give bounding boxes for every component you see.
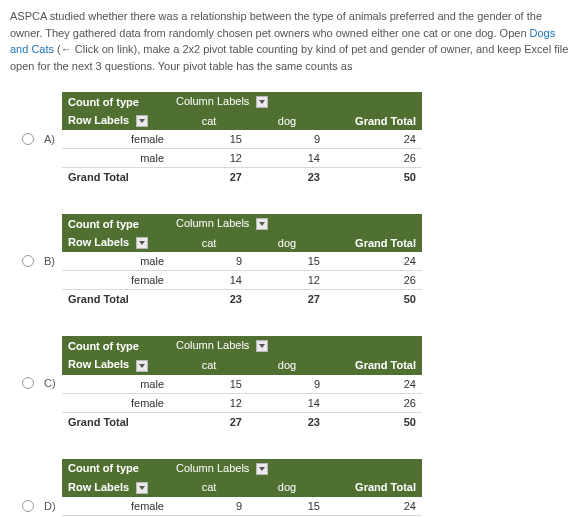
col-cat: cat (170, 233, 248, 252)
cell: 9 (170, 497, 248, 516)
col-cat: cat (170, 355, 248, 374)
count-of-type-label: Count of type (62, 336, 170, 355)
grand-total-row: Grand Total 27 23 50 (62, 412, 422, 431)
column-labels-dropdown-icon[interactable] (256, 340, 268, 352)
row-labels-cell: Row Labels (62, 111, 170, 130)
table-header-1: Count of type Column Labels (62, 214, 422, 233)
radio-d[interactable] (22, 500, 34, 512)
column-labels-dropdown-icon[interactable] (256, 218, 268, 230)
cell: 50 (326, 412, 422, 431)
table-header-1: Count of type Column Labels (62, 459, 422, 478)
count-of-type-label: Count of type (62, 92, 170, 111)
cell: 50 (326, 290, 422, 309)
cell: 15 (170, 375, 248, 394)
radio-c[interactable] (22, 377, 34, 389)
row-label: female (62, 497, 170, 516)
table-header-2: Row Labels cat dog Grand Total (62, 478, 422, 497)
cell: 12 (170, 393, 248, 412)
question-pre: ASPCA studied whether there was a relati… (10, 10, 542, 39)
col-grand-total: Grand Total (326, 111, 422, 130)
cell: 15 (170, 130, 248, 149)
cell: 27 (248, 290, 326, 309)
cell: 14 (248, 393, 326, 412)
option-a-row: A) Count of type Column Labels Row Label… (22, 92, 569, 186)
cell: 26 (326, 271, 422, 290)
cell: 24 (326, 375, 422, 394)
table-header-2: Row Labels cat dog Grand Total (62, 111, 422, 130)
cell: 24 (326, 130, 422, 149)
cell: 23 (170, 290, 248, 309)
row-labels-text: Row Labels (68, 358, 129, 370)
row-label: female (62, 130, 170, 149)
cell: 26 (326, 149, 422, 168)
table-header-2: Row Labels cat dog Grand Total (62, 233, 422, 252)
pivot-table-d: Count of type Column Labels Row Labels c… (62, 459, 422, 517)
grand-total-label: Grand Total (62, 168, 170, 187)
cell: 50 (326, 168, 422, 187)
pivot-table-a: Count of type Column Labels Row Labels c… (62, 92, 422, 186)
col-dog: dog (248, 355, 326, 374)
option-b-label: B) (44, 255, 62, 267)
column-labels-dropdown-icon[interactable] (256, 96, 268, 108)
table-row: male 9 15 24 (62, 252, 422, 271)
col-grand-total: Grand Total (326, 355, 422, 374)
row-label: male (62, 375, 170, 394)
column-labels-cell: Column Labels (170, 336, 422, 355)
row-labels-dropdown-icon[interactable] (136, 115, 148, 127)
row-label: female (62, 393, 170, 412)
row-labels-dropdown-icon[interactable] (136, 237, 148, 249)
col-dog: dog (248, 111, 326, 130)
row-labels-cell: Row Labels (62, 478, 170, 497)
col-cat: cat (170, 478, 248, 497)
option-d-row: D) Count of type Column Labels Row Label… (22, 459, 569, 517)
table-row: female 9 15 24 (62, 497, 422, 516)
table-row: female 14 12 26 (62, 271, 422, 290)
cell: 14 (170, 271, 248, 290)
grand-total-label: Grand Total (62, 412, 170, 431)
table-header-2: Row Labels cat dog Grand Total (62, 355, 422, 374)
radio-b[interactable] (22, 255, 34, 267)
row-labels-cell: Row Labels (62, 233, 170, 252)
cell: 24 (326, 252, 422, 271)
cell: 15 (248, 497, 326, 516)
question-text: ASPCA studied whether there was a relati… (10, 8, 569, 74)
count-of-type-label: Count of type (62, 214, 170, 233)
option-d-label: D) (44, 500, 62, 512)
option-c-label: C) (44, 377, 62, 389)
radio-a[interactable] (22, 133, 34, 145)
column-labels-cell: Column Labels (170, 92, 422, 111)
column-labels-text: Column Labels (176, 95, 249, 107)
col-grand-total: Grand Total (326, 233, 422, 252)
column-labels-dropdown-icon[interactable] (256, 463, 268, 475)
row-label: female (62, 271, 170, 290)
cell: 9 (248, 130, 326, 149)
col-cat: cat (170, 111, 248, 130)
option-b-row: B) Count of type Column Labels Row Label… (22, 214, 569, 308)
cell: 15 (248, 252, 326, 271)
col-grand-total: Grand Total (326, 478, 422, 497)
row-labels-cell: Row Labels (62, 355, 170, 374)
cell: 27 (170, 412, 248, 431)
table-row: female 12 14 26 (62, 393, 422, 412)
pivot-table-c: Count of type Column Labels Row Labels c… (62, 336, 422, 430)
table-row: male 12 14 26 (62, 149, 422, 168)
row-labels-text: Row Labels (68, 481, 129, 493)
option-a-label: A) (44, 133, 62, 145)
row-labels-dropdown-icon[interactable] (136, 482, 148, 494)
row-labels-dropdown-icon[interactable] (136, 360, 148, 372)
row-label: male (62, 252, 170, 271)
question-post: (← Click on link), make a 2x2 pivot tabl… (10, 43, 568, 72)
column-labels-cell: Column Labels (170, 214, 422, 233)
table-row: female 15 9 24 (62, 130, 422, 149)
col-dog: dog (248, 478, 326, 497)
row-labels-text: Row Labels (68, 236, 129, 248)
cell: 12 (248, 271, 326, 290)
cell: 23 (248, 412, 326, 431)
cell: 12 (170, 149, 248, 168)
cell: 24 (326, 497, 422, 516)
table-row: male 15 9 24 (62, 375, 422, 394)
grand-total-label: Grand Total (62, 290, 170, 309)
grand-total-row: Grand Total 23 27 50 (62, 290, 422, 309)
column-labels-cell: Column Labels (170, 459, 422, 478)
cell: 9 (248, 375, 326, 394)
